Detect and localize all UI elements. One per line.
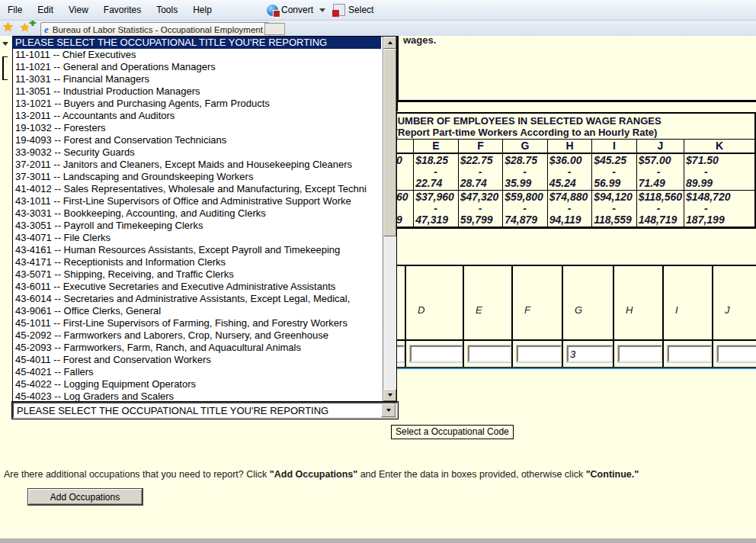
instruction-text: Are there additional occupations that yo… <box>4 469 754 480</box>
employee-count-input-F[interactable] <box>517 345 562 362</box>
select-dropdown-button[interactable] <box>381 403 396 417</box>
chevron-down-icon <box>386 409 391 414</box>
wage-column-F: F <box>458 140 503 154</box>
wage-annual-H: $74,880-94,119 <box>547 191 592 228</box>
instructions-panel: wages. <box>397 31 756 101</box>
wage-annual-F: $47,320-59,799 <box>458 191 503 228</box>
menu-file[interactable]: File <box>0 2 30 18</box>
employee-count-input-H[interactable] <box>618 345 662 362</box>
occupation-option[interactable]: 43-1011 -- First-Line Supervisors of Off… <box>13 195 381 207</box>
occupation-option[interactable]: 45-4021 -- Fallers <box>13 366 381 378</box>
occupation-option[interactable]: 11-1021 -- General and Operations Manage… <box>13 61 381 73</box>
entry-cell-H <box>613 340 663 368</box>
tab-bar: ★ ★ ✚ e Bureau of Labor Statistics - Occ… <box>0 20 756 36</box>
scrollbar-down-button[interactable] <box>383 389 396 401</box>
menu-edit[interactable]: Edit <box>30 2 61 18</box>
occupation-option[interactable]: 11-3031 -- Financial Managers <box>13 73 381 85</box>
entry-label-F: F <box>512 265 562 340</box>
menu-help[interactable]: Help <box>185 2 219 18</box>
occupation-list: PLEASE SELECT THE OCCUPATIONAL TITLE YOU… <box>12 36 397 402</box>
occupation-option[interactable]: 13-1021 -- Buyers and Purchasing Agents,… <box>13 98 381 110</box>
wage-column-H: H <box>547 140 592 154</box>
occupation-option[interactable]: 45-2092 -- Farmworkers and Laborers, Cro… <box>13 329 381 342</box>
wage-table-title-line1: NUMBER OF EMPLOYEES IN SELECTED WAGE RAN… <box>351 115 701 127</box>
wage-table-caption: NUMBER OF EMPLOYEES IN SELECTED WAGE RAN… <box>350 113 755 140</box>
entry-label-J: J <box>713 265 756 340</box>
entry-cell-I <box>663 340 713 368</box>
entry-label-D: D <box>405 265 463 340</box>
entry-input-row <box>350 340 756 368</box>
occupation-option[interactable]: 11-3051 -- Industrial Production Manager… <box>13 85 381 98</box>
entry-label-G: G <box>562 265 613 340</box>
add-occupations-button[interactable]: Add Occupations <box>27 488 143 506</box>
menu-favorites[interactable]: Favorites <box>96 2 149 18</box>
occupation-option-prompt[interactable]: PLEASE SELECT THE OCCUPATIONAL TITLE YOU… <box>13 37 381 49</box>
entry-cell-G <box>562 340 613 368</box>
instruction-bold-add: "Add Occupations" <box>270 469 357 480</box>
scroll-down-icon <box>388 394 392 399</box>
wage-column-I: I <box>592 140 637 154</box>
occupation-option[interactable]: 43-9061 -- Office Clerks, General <box>13 305 381 317</box>
favorites-star-icon[interactable]: ★ <box>2 20 14 35</box>
occupation-option[interactable]: 13-2011 -- Accountants and Auditors <box>13 110 381 122</box>
new-tab-button[interactable] <box>264 23 285 35</box>
wage-annual-G: $59,800-74,879 <box>503 191 548 228</box>
employee-count-input-D[interactable] <box>410 345 463 362</box>
wage-column-K: K <box>684 140 755 154</box>
occupation-option[interactable]: 37-2011 -- Janitors and Cleaners, Except… <box>13 159 381 171</box>
scroll-up-icon <box>388 39 392 44</box>
menu-tools[interactable]: Tools <box>149 2 185 18</box>
entry-label-I: I <box>663 265 713 340</box>
convert-button[interactable]: Convert <box>264 3 316 18</box>
menu-view[interactable]: View <box>61 2 96 18</box>
entry-label-H: H <box>613 265 663 340</box>
occupation-option[interactable]: 33-9032 -- Security Guards <box>13 146 381 159</box>
occupation-option[interactable]: 43-3051 -- Payroll and Timekeeping Clerk… <box>13 220 381 232</box>
wage-annual-I: $94,120-118,559 <box>592 191 637 228</box>
wage-table-caption-row: NUMBER OF EMPLOYEES IN SELECTED WAGE RAN… <box>350 113 755 140</box>
occupation-option[interactable]: 45-2093 -- Farmworkers, Farm, Ranch, and… <box>13 342 381 354</box>
occupation-option[interactable]: 19-1032 -- Foresters <box>13 122 381 134</box>
occupation-option[interactable]: 45-4023 -- Log Graders and Scalers <box>13 390 381 402</box>
wage-hourly-row: $14.50-18.24$18.25-22.74$22.75-28.74$28.… <box>350 153 755 191</box>
page-fragment-arrow <box>2 42 8 49</box>
occupation-option[interactable]: 43-4161 -- Human Resources Assistants, E… <box>13 244 381 256</box>
wage-table: NUMBER OF EMPLOYEES IN SELECTED WAGE RAN… <box>349 112 756 229</box>
bottom-scrollbar-strip[interactable] <box>0 538 756 543</box>
wage-annual-J: $118,560-148,719 <box>636 191 684 228</box>
occupation-option[interactable]: 19-4093 -- Forest and Conservation Techn… <box>13 134 381 146</box>
employee-count-input-I[interactable] <box>668 345 712 362</box>
partial-wages-text: wages. <box>403 34 436 46</box>
convert-icon <box>267 5 278 16</box>
occupation-option[interactable]: 45-1011 -- First-Line Supervisors of Far… <box>13 317 381 329</box>
occupation-option[interactable]: 43-3031 -- Bookkeeping, Accounting, and … <box>13 207 381 220</box>
occupation-option[interactable]: 43-5071 -- Shipping, Receiving, and Traf… <box>13 268 381 281</box>
tab-title: Bureau of Labor Statistics - Occupationa… <box>53 25 263 34</box>
instruction-part1: Are there additional occupations that yo… <box>4 469 270 480</box>
occupation-select[interactable]: PLEASE SELECT THE OCCUPATIONAL TITLE YOU… <box>12 402 398 419</box>
convert-dropdown-icon[interactable] <box>319 8 325 15</box>
employee-count-input-E[interactable] <box>468 345 511 362</box>
ie-favicon: e <box>44 24 49 36</box>
entry-cell-D <box>405 340 463 368</box>
menu-items: FileEditViewFavoritesToolsHelp <box>0 2 219 18</box>
wage-hourly-G: $28.75-35.99 <box>503 153 548 191</box>
occupation-option[interactable]: 45-4022 -- Logging Equipment Operators <box>13 378 381 390</box>
list-scrollbar-track[interactable] <box>383 37 396 401</box>
occupation-option[interactable]: 43-4171 -- Receptionists and Information… <box>13 256 381 268</box>
employee-count-input-G[interactable] <box>567 345 613 362</box>
thin-divider-row <box>397 101 756 111</box>
browser-tab[interactable]: e Bureau of Labor Statistics - Occupatio… <box>40 22 270 37</box>
scrollbar-thumb[interactable] <box>383 49 396 236</box>
select-button[interactable]: Select <box>330 2 376 18</box>
occupation-option[interactable]: 43-6014 -- Secretaries and Administrativ… <box>13 293 381 305</box>
scrollbar-up-button[interactable] <box>383 37 396 49</box>
employee-count-input-J[interactable] <box>717 345 756 362</box>
occupation-option[interactable]: 45-4011 -- Forest and Conservation Worke… <box>13 354 381 366</box>
occupation-option[interactable]: 11-1011 -- Chief Executives <box>13 49 381 61</box>
occupation-option[interactable]: 43-6011 -- Executive Secretaries and Exe… <box>13 281 381 293</box>
occupation-option[interactable]: 37-3011 -- Landscaping and Groundskeepin… <box>13 171 381 183</box>
occupation-option[interactable]: 41-4012 -- Sales Representatives, Wholes… <box>13 183 381 195</box>
occupation-options: PLEASE SELECT THE OCCUPATIONAL TITLE YOU… <box>13 37 396 402</box>
occupation-option[interactable]: 43-4071 -- File Clerks <box>13 232 381 244</box>
